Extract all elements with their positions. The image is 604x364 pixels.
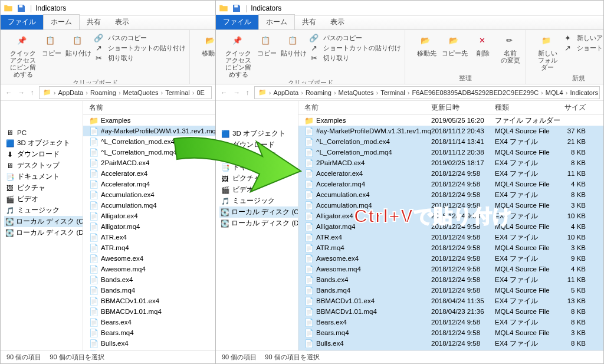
copy-path-button[interactable]: 🔗パスのコピー [94,34,186,43]
file-row[interactable]: 📄Accumulation.ex4 [83,189,215,200]
new-item-button[interactable]: ✦新しいアイテム ▾ [563,34,603,43]
file-row[interactable]: 📄Accumulation.mq4 [83,200,215,211]
new-shortcut-button[interactable]: ↗ショートカット ▾ [563,44,603,53]
tree-pc[interactable]: 🖥PC [4,128,83,137]
tree-c-drive[interactable]: 💽ローカル ディスク (C:) [219,206,298,218]
file-row[interactable]: 📄Accelerator.mq4 [83,179,215,189]
breadcrumb[interactable]: 📁›AppData›Roaming›MetaQuotes›Terminal›F6… [254,86,600,99]
col-type[interactable]: 種類 [495,103,560,112]
file-row[interactable]: 📁Examples [83,115,215,126]
tree-desktop[interactable]: 🖥デスクトップ [4,160,83,171]
file-row[interactable]: 📄^L_Correlation_mod.ex42018/11/14 13:41E… [298,136,603,147]
nav-forward-button[interactable]: → [232,89,242,96]
breadcrumb-item[interactable]: AppData [272,89,300,96]
file-row[interactable]: 📄Bands.mq42018/12/24 9:58MQL4 Source Fil… [298,285,603,296]
tree-3d-objects[interactable]: 🟦3D オブジェクト [219,128,298,139]
tree-c-drive[interactable]: 💽ローカル ディスク (C:) [4,216,83,227]
rename-button[interactable]: ✏名前 の変更 [498,34,522,64]
file-row[interactable]: 📄#ay-MarketProfileDWM.v1.31.rev1.mq42018… [298,126,603,136]
tree-d-drive[interactable]: 💽ローカル ディスク (D:) [219,218,298,229]
copy-button[interactable]: 📋コピー [40,34,63,57]
file-row[interactable]: 📄Bulls.ex4 [83,338,215,349]
nav-up-button[interactable]: ↑ [245,89,251,96]
tree-desktop[interactable]: 🖥デスクトップ [219,150,298,162]
tab-view[interactable]: 表示 [323,15,352,29]
paste-shortcut-button[interactable]: ↗ショートカットの貼り付け [94,44,186,53]
move-to-button[interactable]: 📂移動先 [415,34,438,57]
copy-to-button[interactable]: 📂コピー先 [442,34,468,57]
tree-documents[interactable]: 📑ドキュメント [219,162,298,173]
file-row[interactable]: 📄ATR.mq42018/12/24 9:58MQL4 Source File3… [298,242,603,253]
file-row[interactable]: 📄Accelerator.mq42018/12/24 9:58MQL4 Sour… [298,179,603,189]
file-row[interactable]: 📄BBMACDv1.01.ex42018/04/24 11:35EX4 ファイル… [298,296,603,306]
pin-button[interactable]: 📌クイック アクセス にピン留めする [225,34,251,78]
col-size[interactable]: サイズ [560,103,590,112]
nav-back-button[interactable]: ← [219,89,229,96]
breadcrumb-item[interactable]: Roaming [304,89,333,96]
file-row[interactable]: 📄Bears.mq42018/12/24 9:58MQL4 Source Fil… [298,327,603,338]
tree-downloads[interactable]: ⬇ダウンロード [219,139,298,150]
copy-path-button[interactable]: 🔗パスのコピー [309,34,401,43]
file-row[interactable]: 📄^L_Correlation_mod.mq42018/11/12 20:38M… [298,147,603,158]
file-row[interactable]: 📄Bands.ex4 [83,274,215,285]
file-row[interactable]: 📄Bulls.ex42018/12/24 9:58EX4 ファイル8 KB [298,338,603,349]
breadcrumb-item[interactable]: Indicators [569,89,599,96]
breadcrumb-item[interactable]: AppData [57,89,84,96]
file-row[interactable]: 📄BBMACDv1.01.mq42018/04/23 21:36MQL4 Sou… [298,306,603,317]
move-to-button[interactable]: 📂移動先 [199,34,215,57]
save-icon[interactable] [16,3,27,14]
nav-back-button[interactable]: ← [4,89,14,96]
file-row[interactable]: 📄BBMACDv1.01.mq4 [83,306,215,317]
file-row[interactable]: 📄BBMACDv1.01.ex4 [83,296,215,306]
file-row[interactable]: 📄Alligator.mq4 [83,221,215,232]
tree-pictures[interactable]: 🖼ピクチャ [4,182,83,194]
breadcrumb-item[interactable]: MetaQuotes [337,89,375,96]
file-row[interactable]: 📄^L_Correlation_mod.ex4 [83,136,215,147]
file-row[interactable]: 📄Awesome.mq42018/12/24 9:58MQL4 Source F… [298,264,603,274]
file-row[interactable]: 📄^L_Correlation_mod.mq4 [83,147,215,158]
tree-music[interactable]: 🎵ミュージック [219,195,298,206]
file-row[interactable]: 📄#ay-MarketProfileDWM.v1.31.rev1.mq4 [83,126,215,136]
tab-view[interactable]: 表示 [108,15,136,29]
file-row[interactable]: 📄Accelerator.ex4 [83,168,215,179]
breadcrumb-item[interactable]: F6AE96E08395ADB45292BED2C9EE299C [411,89,540,96]
tab-home[interactable]: ホーム [258,14,295,29]
save-icon[interactable] [231,3,242,14]
titlebar[interactable]: | Indicators [1,1,215,16]
cut-button[interactable]: ✂切り取り [309,54,401,63]
tree-music[interactable]: 🎵ミュージック [4,205,83,216]
tab-home[interactable]: ホーム [43,14,80,29]
breadcrumb-item[interactable]: MQL4 [544,89,564,96]
breadcrumb-item[interactable]: MetaQuotes [122,89,160,96]
cut-button[interactable]: ✂切り取り [94,54,186,63]
tab-file[interactable]: ファイル [216,15,258,29]
tree-d-drive[interactable]: 💽ローカル ディスク (D:) [4,227,83,238]
col-date[interactable]: 更新日時 [431,103,495,112]
tree-videos[interactable]: 🎬ビデオ [219,184,298,195]
file-row[interactable]: 📄Accumulation.ex42018/12/24 9:58EX4 ファイル… [298,189,603,200]
file-row[interactable]: 📄ATR.ex42018/12/24 9:58EX4 ファイル10 KB [298,232,603,242]
file-row[interactable]: 📄2PairMACD.ex42019/02/25 18:17EX4 ファイル8 … [298,158,603,168]
column-headers[interactable]: 名前 [83,101,215,115]
file-row[interactable]: 📄Awesome.mq4 [83,264,215,274]
tree-videos[interactable]: 🎬ビデオ [4,194,83,205]
file-row[interactable]: 📄2PairMACD.ex4 [83,158,215,168]
file-row[interactable]: 📄ATR.ex4 [83,232,215,242]
file-row[interactable]: 📄Awesome.ex4 [83,253,215,264]
breadcrumb-item[interactable]: Roaming [89,89,117,96]
nav-up-button[interactable]: ↑ [29,89,35,96]
file-row[interactable]: 📄Bands.mq4 [83,285,215,296]
file-row[interactable]: 📄Bears.ex4 [83,317,215,327]
file-row[interactable]: 📄Alligator.ex4 [83,211,215,221]
breadcrumb[interactable]: 📁›AppData›Roaming›MetaQuotes›Terminal›0E [39,86,212,99]
tree-pictures[interactable]: 🖼ピクチャ [219,173,298,184]
breadcrumb-item[interactable]: Terminal [164,89,191,96]
pin-button[interactable]: 📌クイック アクセス にピン留めする [10,34,36,78]
col-name[interactable]: 名前 [89,103,215,112]
file-row[interactable]: 📄Awesome.ex42018/12/24 9:58EX4 ファイル9 KB [298,253,603,264]
paste-shortcut-button[interactable]: ↗ショートカットの貼り付け [309,44,401,53]
tab-file[interactable]: ファイル [1,15,43,29]
col-name[interactable]: 名前 [304,103,431,112]
breadcrumb-item[interactable]: 0E [195,89,205,96]
breadcrumb-item[interactable]: Terminal [379,89,406,96]
